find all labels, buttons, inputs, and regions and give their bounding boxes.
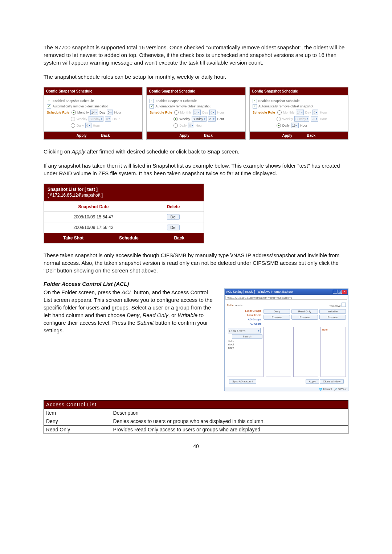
take-shot-button[interactable]: Take Shot [63, 235, 83, 241]
chevron-down-icon: ▾ [198, 111, 200, 114]
month-hour-select[interactable]: 0▾ [107, 110, 113, 115]
month-hour-select[interactable]: 0▾ [209, 110, 216, 115]
acl-heading: Folder Access Control List (ACL) [44, 281, 348, 287]
chevron-down-icon: ▾ [110, 111, 112, 114]
table-row: 2008/10/09 17:56:42 Del [44, 222, 204, 233]
month-hour-select[interactable]: 0▾ [313, 110, 319, 115]
snapshot-date: 2008/10/09 17:56:42 [44, 222, 143, 233]
del-button[interactable]: Del [167, 214, 180, 220]
list-item[interactable]: andy [228, 346, 262, 349]
schedule-head: Config Snapshot Schedule [147, 87, 245, 95]
remove-button[interactable]: Remove [264, 315, 290, 320]
radio-daily[interactable] [277, 123, 281, 128]
close-icon[interactable]: × [342, 290, 347, 294]
back-button[interactable]: Back [174, 235, 184, 241]
sync-ad-button[interactable]: Sync AD account [229, 379, 256, 384]
enabled-label: Enabled Snapshot Schedule [53, 99, 94, 103]
checkbox-icon[interactable]: ✓ [150, 104, 154, 108]
week-hour-select[interactable]: 0▾ [105, 116, 111, 122]
acl-item: Deny [44, 417, 111, 426]
month-day-select[interactable]: 14▾ [90, 110, 98, 115]
close-window-button[interactable]: Close Window [320, 379, 344, 384]
apply-button[interactable]: Apply [179, 134, 189, 138]
month-day-select[interactable]: 14▾ [193, 110, 201, 115]
folder-value: music [235, 304, 242, 307]
apply-button[interactable]: Apply [306, 379, 319, 384]
local-groups-link[interactable]: Local Groups [227, 309, 261, 312]
radio-weekly[interactable] [71, 117, 75, 121]
chevron-down-icon: ▾ [95, 111, 97, 114]
window-controls[interactable]: _▢× [332, 290, 347, 294]
chevron-down-icon: ▾ [192, 124, 193, 127]
hour-word: Hour [300, 124, 307, 127]
weekday-select[interactable]: Sunday▾ [294, 116, 309, 122]
search-button[interactable]: Search [232, 334, 263, 339]
schedule-button[interactable]: Schedule [119, 235, 138, 241]
remove-button[interactable]: Remove [319, 315, 346, 320]
minimize-icon[interactable]: _ [333, 290, 337, 294]
back-button[interactable]: Back [204, 134, 213, 138]
ad-groups-link[interactable]: AD Groups [227, 318, 261, 321]
checkbox-icon[interactable]: ✓ [47, 99, 51, 103]
remove-button[interactable]: Remove [291, 315, 318, 320]
snapshot-list-title: Snapshot List for [ test ] [48, 187, 98, 192]
chevron-down-icon: ▾ [213, 118, 215, 120]
radio-weekly[interactable] [173, 117, 178, 121]
acl-item: Read Only [44, 426, 111, 434]
checkbox-icon[interactable]: ✓ [253, 104, 257, 108]
radio-monthly[interactable] [174, 110, 179, 115]
ad-users-link[interactable]: AD Users [227, 322, 261, 325]
status-zone: 🌐 Internet [319, 388, 332, 391]
read-only-button[interactable]: Read Only [291, 309, 318, 314]
snapshot-list-panel: Snapshot List for [ test ] [ \\172.16.65… [44, 184, 204, 243]
writable-button[interactable]: Writable [319, 309, 346, 314]
schedule-head: Config Snapshot Schedule [44, 87, 142, 95]
checkbox-icon[interactable] [342, 303, 346, 307]
checkbox-icon[interactable]: ✓ [47, 104, 51, 108]
weekday-select[interactable]: Sunday▾ [192, 116, 207, 122]
daily-hour-select[interactable]: 19▾ [291, 123, 299, 128]
deny-button[interactable]: Deny [264, 309, 290, 314]
hour-word: Hour [217, 111, 224, 114]
back-button[interactable]: Back [307, 134, 315, 138]
week-hour-select[interactable]: 20▾ [311, 116, 318, 122]
daily-hour-select[interactable]: 0▾ [188, 123, 194, 128]
radio-weekly[interactable] [277, 117, 281, 121]
url-bar[interactable]: http://172.16.65.157/adm/setacl.htm?name… [225, 296, 347, 300]
daily-label: Daily [282, 124, 290, 127]
del-button[interactable]: Del [167, 225, 180, 230]
chevron-down-icon: ▾ [101, 118, 102, 120]
list-item[interactable]: aloof [228, 343, 262, 346]
month-day-select[interactable]: 14▾ [296, 110, 303, 115]
checkbox-icon[interactable]: ✓ [253, 99, 257, 103]
week-hour-select[interactable]: 20▾ [208, 116, 216, 122]
back-button[interactable]: Back [101, 134, 110, 138]
weekly-label: Weekly [179, 117, 190, 121]
daily-hour-select[interactable]: 0▾ [85, 123, 91, 128]
maximize-icon[interactable]: ▢ [338, 290, 342, 294]
radio-daily[interactable] [173, 123, 178, 128]
apply-button[interactable]: Apply [77, 134, 87, 138]
col-desc: Description [111, 409, 348, 417]
schedule-panel-weekly: Config Snapshot Schedule ✓Enabled Snapsh… [146, 87, 245, 140]
acl-table-title: Access Control List [44, 401, 348, 409]
hour-word: Hour [320, 111, 327, 114]
radio-daily[interactable] [71, 123, 75, 128]
weekly-label: Weekly [77, 117, 87, 121]
hour-word: Hour [114, 111, 122, 114]
radio-monthly[interactable] [72, 110, 76, 115]
rule-label: Schedule Rule [150, 111, 172, 114]
list-item[interactable]: bbbb [228, 340, 262, 343]
schedule-head: Config Snapshot Schedule [250, 87, 348, 95]
enabled-label: Enabled Snapshot Schedule [155, 99, 197, 103]
after-list-p1: These taken snapshot is only accessible … [44, 251, 348, 274]
local-users-link[interactable]: Local Users [227, 313, 261, 317]
snapshot-date: 2008/10/09 15:54:47 [44, 212, 143, 222]
radio-monthly[interactable] [277, 110, 282, 115]
rule-label: Schedule Rule [253, 111, 275, 114]
checkbox-icon[interactable]: ✓ [150, 99, 154, 103]
chevron-down-icon: ▾ [204, 118, 205, 120]
weekday-select[interactable]: Sunday▾ [89, 116, 103, 122]
apply-button[interactable]: Apply [282, 134, 292, 138]
user-type-select[interactable]: Local Users▾ [228, 328, 261, 333]
